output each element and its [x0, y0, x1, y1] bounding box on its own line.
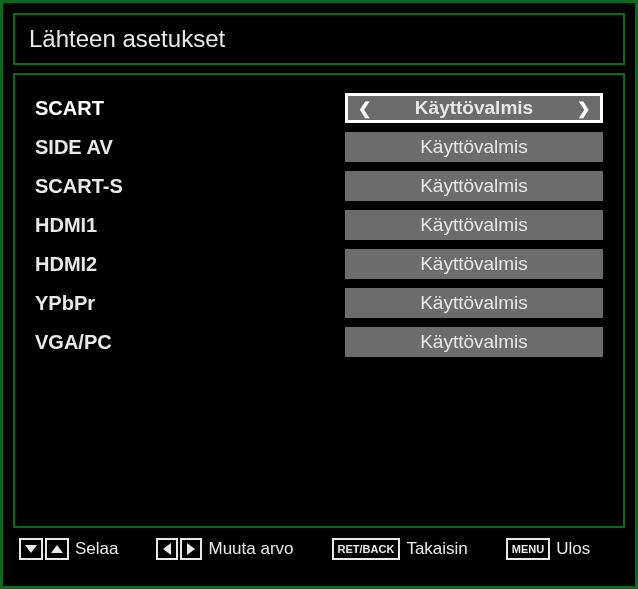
source-value-selector[interactable]: Käyttövalmis [345, 132, 603, 162]
source-row-hdmi1[interactable]: HDMI1 Käyttövalmis [35, 208, 603, 242]
source-row-sideav[interactable]: SIDE AV Käyttövalmis [35, 130, 603, 164]
source-value-selector[interactable]: ❮ Käyttövalmis ❯ [345, 93, 603, 123]
menu-frame: Lähteen asetukset SCART ❮ Käyttövalmis ❯… [0, 0, 638, 589]
source-value-selector[interactable]: Käyttövalmis [345, 288, 603, 318]
source-value-text: Käyttövalmis [420, 292, 528, 314]
hint-scroll: Selaa [19, 538, 118, 560]
source-value-text: Käyttövalmis [420, 175, 528, 197]
source-value-text: Käyttövalmis [420, 214, 528, 236]
chevron-right-icon[interactable]: ❯ [577, 99, 590, 118]
source-value-selector[interactable]: Käyttövalmis [345, 171, 603, 201]
source-row-ypbpr[interactable]: YPbPr Käyttövalmis [35, 286, 603, 320]
source-row-hdmi2[interactable]: HDMI2 Käyttövalmis [35, 247, 603, 281]
menu-key-icon: MENU [506, 538, 550, 560]
title-bar: Lähteen asetukset [13, 13, 625, 65]
leftright-keys-icon [156, 538, 202, 560]
source-label: SIDE AV [35, 136, 345, 159]
source-label: HDMI1 [35, 214, 345, 237]
hint-back: RET/BACK Takaisin [332, 538, 468, 560]
source-value-text: Käyttövalmis [420, 253, 528, 275]
source-value-text: Käyttövalmis [420, 331, 528, 353]
source-row-scarts[interactable]: SCART-S Käyttövalmis [35, 169, 603, 203]
source-row-scart[interactable]: SCART ❮ Käyttövalmis ❯ [35, 91, 603, 125]
settings-panel: SCART ❮ Käyttövalmis ❯ SIDE AV Käyttöval… [13, 73, 625, 528]
hint-change-label: Muuta arvo [208, 539, 293, 559]
source-value-text: Käyttövalmis [415, 97, 533, 119]
source-row-vgapc[interactable]: VGA/PC Käyttövalmis [35, 325, 603, 359]
hint-exit-label: Ulos [556, 539, 590, 559]
updown-keys-icon [19, 538, 69, 560]
source-label: SCART [35, 97, 345, 120]
retback-key-icon: RET/BACK [332, 538, 401, 560]
source-value-text: Käyttövalmis [420, 136, 528, 158]
source-value-selector[interactable]: Käyttövalmis [345, 210, 603, 240]
hint-scroll-label: Selaa [75, 539, 118, 559]
page-title: Lähteen asetukset [29, 25, 609, 53]
source-value-selector[interactable]: Käyttövalmis [345, 327, 603, 357]
source-label: HDMI2 [35, 253, 345, 276]
hint-change: Muuta arvo [156, 538, 293, 560]
footer-hints: Selaa Muuta arvo RET/BACK Takaisin MENU … [13, 538, 625, 560]
source-label: YPbPr [35, 292, 345, 315]
hint-back-label: Takaisin [406, 539, 467, 559]
source-label: SCART-S [35, 175, 345, 198]
source-value-selector[interactable]: Käyttövalmis [345, 249, 603, 279]
hint-exit: MENU Ulos [506, 538, 590, 560]
source-label: VGA/PC [35, 331, 345, 354]
chevron-left-icon[interactable]: ❮ [358, 99, 371, 118]
